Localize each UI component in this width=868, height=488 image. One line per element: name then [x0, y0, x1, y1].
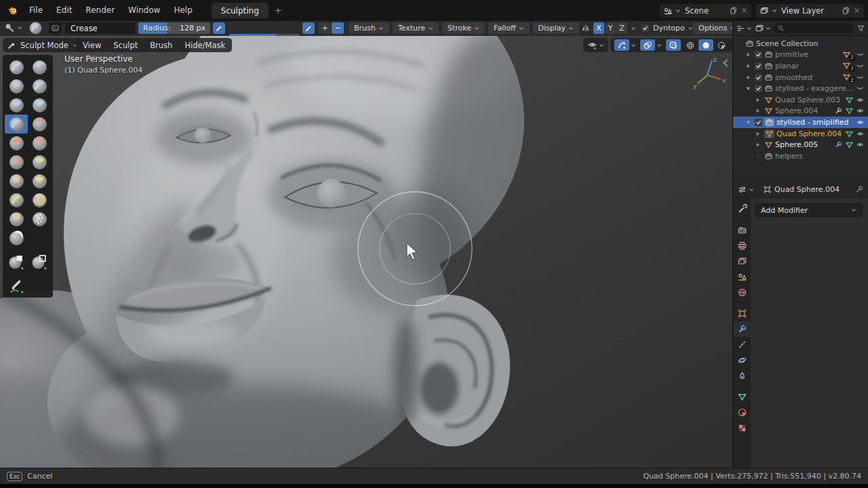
eye-closed-icon[interactable]	[856, 50, 865, 59]
tool-box-mask[interactable]	[5, 252, 28, 271]
brush-snake-hook[interactable]	[5, 171, 28, 190]
add-modifier-button[interactable]: Add Modifier	[755, 203, 863, 217]
brush-grab[interactable]	[28, 152, 51, 171]
collection-checkbox[interactable]	[755, 152, 762, 160]
brush-inflate[interactable]	[5, 96, 28, 115]
brush-subtract-button[interactable]: −	[332, 22, 344, 34]
view-layer-selector[interactable]: View Layer	[756, 4, 864, 18]
mode-selector[interactable]: Sculpt Mode	[3, 38, 82, 52]
collection-checkbox[interactable]	[755, 51, 762, 58]
outliner-row-scene-collection[interactable]: Scene Collection	[733, 38, 868, 49]
remove-view-layer-icon[interactable]	[853, 7, 861, 14]
stroke-panel-dropdown[interactable]: Stroke	[442, 22, 485, 34]
display-panel-dropdown[interactable]: Display	[533, 22, 580, 34]
expand-icon[interactable]	[755, 97, 762, 103]
brush-flatten[interactable]	[5, 134, 28, 152]
active-tool-selector[interactable]	[4, 22, 22, 33]
properties-tab-texture[interactable]	[734, 420, 750, 436]
viewport-menu-sculpt[interactable]: Sculpt	[108, 41, 143, 50]
collection-checkbox[interactable]	[755, 62, 762, 70]
eye-open-icon[interactable]	[856, 140, 865, 149]
properties-tab-output[interactable]	[734, 238, 750, 253]
properties-tab-view-layer[interactable]	[734, 253, 750, 269]
dyntopo-checkbox[interactable]	[642, 24, 649, 32]
properties-tab-particles[interactable]	[734, 337, 750, 352]
add-workspace-button[interactable]: +	[269, 5, 288, 16]
brush-preview[interactable]	[28, 21, 43, 35]
outliner-row-quad-sphere-004[interactable]: Quad Sphere.004	[733, 128, 868, 140]
outliner-row-sphere-004[interactable]: Sphere.004	[733, 106, 868, 117]
collapse-icon[interactable]	[745, 119, 753, 125]
properties-tab-scene[interactable]	[734, 269, 750, 285]
viewport-menu-view[interactable]: View	[77, 41, 106, 50]
brush-slide-relax[interactable]	[5, 209, 28, 228]
expand-icon[interactable]	[745, 63, 753, 69]
eye-open-icon[interactable]	[856, 129, 865, 138]
radius-pressure-toggle[interactable]	[213, 22, 225, 34]
outliner-row-planar[interactable]: planar7	[733, 60, 868, 72]
outliner-row-sphere-005[interactable]: Sphere.005	[733, 139, 868, 150]
menu-window[interactable]: Window	[121, 0, 167, 21]
brush-layer[interactable]	[28, 77, 51, 96]
radius-slider[interactable]: Radius: 128 px	[138, 22, 210, 34]
menu-help[interactable]: Help	[167, 0, 199, 21]
eye-closed-icon[interactable]	[856, 73, 865, 82]
scene-selector[interactable]: Scene	[660, 4, 751, 18]
workspace-tab-sculpting[interactable]: Sculpting	[212, 3, 269, 18]
brush-pinch[interactable]	[5, 152, 28, 171]
brush-name-input[interactable]: Crease	[65, 22, 136, 34]
chevron-down-icon[interactable]	[656, 43, 662, 48]
brush-draw[interactable]	[5, 58, 28, 77]
outliner-row-stylised-smiplified[interactable]: stylised - smiplified	[733, 117, 868, 128]
brush-crease[interactable]	[5, 115, 28, 134]
brush-blob[interactable]	[28, 96, 51, 115]
3d-viewport[interactable]: Sculpt Mode ViewSculptBrushHide/Mask Use…	[0, 36, 732, 468]
show-overlays-toggle[interactable]	[640, 39, 655, 51]
collection-checkbox[interactable]	[755, 74, 762, 81]
xray-toggle[interactable]	[666, 39, 681, 51]
object-visibility-dropdown[interactable]	[583, 38, 608, 52]
expand-icon[interactable]	[755, 142, 762, 148]
outliner-row-helpers[interactable]: helpers	[733, 150, 868, 162]
properties-tab-constraints[interactable]	[734, 368, 750, 384]
falloff-panel-dropdown[interactable]: Falloff	[488, 22, 529, 34]
chevron-down-icon[interactable]	[629, 26, 638, 31]
texture-panel-dropdown[interactable]: Texture	[393, 22, 439, 34]
eye-closed-icon[interactable]	[856, 84, 865, 93]
shading-wireframe-button[interactable]	[683, 39, 698, 51]
viewport-menu-hide-mask[interactable]: Hide/Mask	[179, 41, 231, 50]
pin-icon[interactable]	[855, 185, 864, 194]
tool-annotate[interactable]	[5, 276, 28, 295]
brush-mask[interactable]	[5, 228, 28, 247]
properties-tab-material[interactable]	[734, 405, 750, 420]
dyntopo-dropdown[interactable]: Dyntopo	[652, 22, 694, 34]
brush-scrape[interactable]	[28, 134, 51, 152]
mirror-axis-y[interactable]: Y	[605, 22, 616, 34]
brush-clay-strips[interactable]	[5, 77, 28, 96]
properties-tab-world[interactable]	[734, 285, 750, 300]
properties-tab-tool[interactable]	[734, 201, 750, 217]
viewport-menu-brush[interactable]: Brush	[144, 41, 178, 50]
brush-panel-dropdown[interactable]: Brush	[349, 22, 389, 34]
outliner-filter-type-dropdown[interactable]	[755, 24, 771, 33]
strength-pressure-toggle[interactable]	[302, 22, 315, 34]
brush-nudge[interactable]	[5, 190, 28, 209]
expand-icon[interactable]	[745, 75, 753, 81]
expand-icon[interactable]	[745, 52, 753, 58]
menu-edit[interactable]: Edit	[50, 0, 79, 21]
outliner-display-mode-dropdown[interactable]	[736, 24, 752, 33]
mirror-axis-x[interactable]: X	[593, 22, 604, 34]
menu-file[interactable]: File	[22, 0, 50, 21]
shading-solid-button[interactable]	[698, 39, 713, 51]
shading-material-button[interactable]	[714, 39, 729, 51]
eye-open-icon[interactable]	[856, 118, 865, 127]
menu-render[interactable]: Render	[79, 0, 121, 21]
brush-smooth[interactable]	[28, 115, 51, 134]
brush-clay[interactable]	[28, 58, 51, 77]
mirror-axis-z[interactable]: Z	[616, 22, 627, 34]
properties-tab-object[interactable]	[734, 306, 750, 321]
eye-open-icon[interactable]	[856, 106, 865, 115]
outliner-row-primitive[interactable]: primitive2	[733, 49, 868, 61]
outliner-row-quad-sphere-003[interactable]: Quad Sphere.003	[733, 94, 868, 106]
blender-logo-icon[interactable]	[0, 5, 22, 16]
